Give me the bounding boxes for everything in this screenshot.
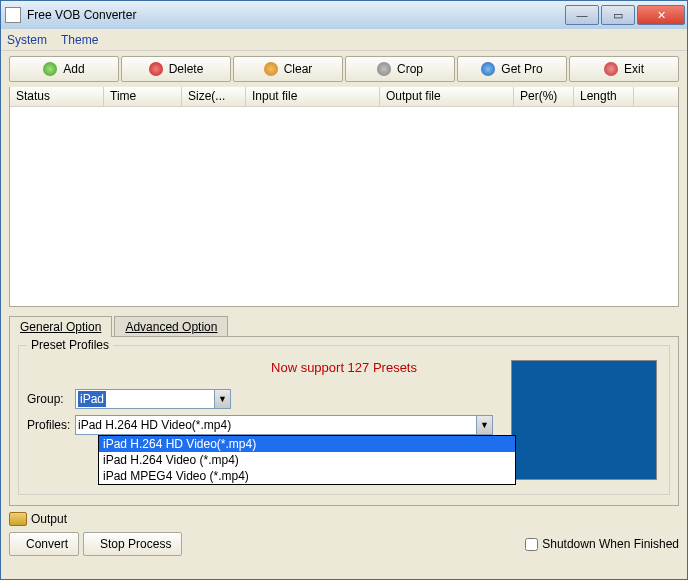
profiles-dropdown: iPad H.264 HD Video(*.mp4) iPad H.264 Vi… — [98, 435, 516, 485]
menubar: System Theme — [1, 29, 687, 51]
profiles-value: iPad H.264 HD Video(*.mp4) — [78, 418, 231, 432]
preset-legend: Preset Profiles — [27, 338, 113, 352]
group-label: Group: — [27, 392, 75, 406]
stop-button[interactable]: Stop Process — [83, 532, 182, 556]
shutdown-checkbox[interactable]: Shutdown When Finished — [525, 537, 679, 551]
preview-pane — [511, 360, 657, 480]
close-button[interactable]: ✕ — [637, 5, 685, 25]
tab-panel: Preset Profiles Now support 127 Presets … — [9, 336, 679, 506]
plus-icon — [43, 62, 57, 76]
button-label: Get Pro — [501, 62, 542, 76]
maximize-button[interactable]: ▭ — [601, 5, 635, 25]
menu-system[interactable]: System — [7, 33, 47, 47]
star-icon — [481, 62, 495, 76]
menu-theme[interactable]: Theme — [61, 33, 98, 47]
minus-icon — [149, 62, 163, 76]
dropdown-option[interactable]: iPad H.264 HD Video(*.mp4) — [99, 436, 515, 452]
getpro-button[interactable]: Get Pro — [457, 56, 567, 82]
app-window: Free VOB Converter — ▭ ✕ System Theme Ad… — [0, 0, 688, 580]
col-input[interactable]: Input file — [246, 87, 380, 106]
output-label: Output — [31, 512, 67, 526]
dropdown-option[interactable]: iPad H.264 Video (*.mp4) — [99, 452, 515, 468]
col-length[interactable]: Length — [574, 87, 634, 106]
chevron-down-icon: ▼ — [214, 390, 230, 408]
col-status[interactable]: Status — [10, 87, 104, 106]
group-combobox[interactable]: iPad ▼ — [75, 389, 231, 409]
titlebar: Free VOB Converter — ▭ ✕ — [1, 1, 687, 29]
window-title: Free VOB Converter — [27, 8, 563, 22]
exit-button[interactable]: Exit — [569, 56, 679, 82]
dropdown-option[interactable]: iPad MPEG4 Video (*.mp4) — [99, 468, 515, 484]
action-row: Convert Stop Process Shutdown When Finis… — [9, 532, 679, 556]
folder-icon[interactable] — [9, 512, 27, 526]
col-size[interactable]: Size(... — [182, 87, 246, 106]
delete-button[interactable]: Delete — [121, 56, 231, 82]
button-label: Add — [63, 62, 84, 76]
button-label: Exit — [624, 62, 644, 76]
app-icon — [5, 7, 21, 23]
button-label: Clear — [284, 62, 313, 76]
tab-advanced[interactable]: Advanced Option — [114, 316, 228, 337]
list-header: Status Time Size(... Input file Output f… — [10, 87, 678, 107]
col-output[interactable]: Output file — [380, 87, 514, 106]
chevron-down-icon: ▼ — [476, 416, 492, 434]
col-time[interactable]: Time — [104, 87, 182, 106]
col-per[interactable]: Per(%) — [514, 87, 574, 106]
crop-button[interactable]: Crop — [345, 56, 455, 82]
exit-icon — [604, 62, 618, 76]
file-list: Status Time Size(... Input file Output f… — [9, 87, 679, 307]
clear-icon — [264, 62, 278, 76]
group-value: iPad — [78, 391, 106, 407]
clear-button[interactable]: Clear — [233, 56, 343, 82]
shutdown-checkbox-input[interactable] — [525, 538, 538, 551]
button-label: Delete — [169, 62, 204, 76]
profiles-label: Profiles: — [27, 418, 75, 432]
tab-general[interactable]: General Option — [9, 316, 112, 337]
scissors-icon — [377, 62, 391, 76]
minimize-button[interactable]: — — [565, 5, 599, 25]
preset-fieldset: Preset Profiles Now support 127 Presets … — [18, 345, 670, 495]
tabs: General Option Advanced Option — [9, 315, 679, 336]
add-button[interactable]: Add — [9, 56, 119, 82]
window-controls: — ▭ ✕ — [563, 5, 685, 25]
button-label: Crop — [397, 62, 423, 76]
output-row: Output — [9, 512, 679, 526]
profiles-combobox[interactable]: iPad H.264 HD Video(*.mp4) ▼ — [75, 415, 493, 435]
toolbar: Add Delete Clear Crop Get Pro Exit — [1, 51, 687, 87]
convert-button[interactable]: Convert — [9, 532, 79, 556]
